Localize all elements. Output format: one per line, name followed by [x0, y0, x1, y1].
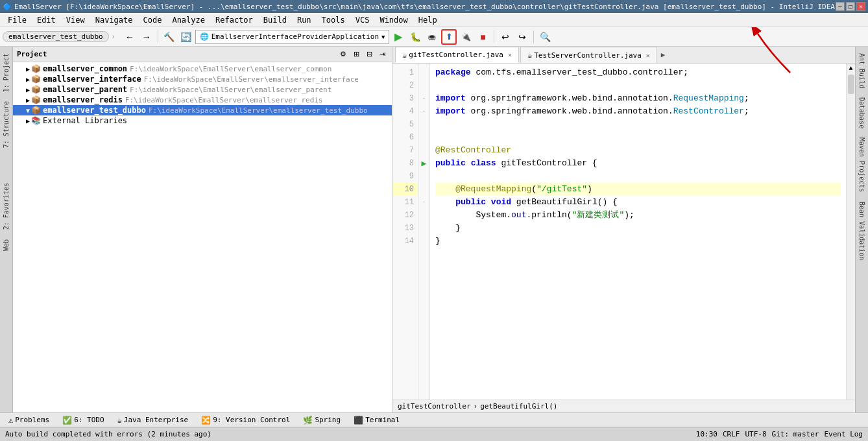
menu-analyze[interactable]: Analyze	[167, 14, 210, 26]
breadcrumb-bar: gitTestController › getBeautifulGirl()	[392, 399, 855, 412]
project-panel: Project ⚙ ⊞ ⊟ ⇥ ▶ 📦 emallserver_common F…	[13, 47, 392, 412]
stop-button[interactable]: ■	[475, 29, 490, 45]
run-config-icon: 🌐	[200, 32, 209, 41]
tree-arrow: ▶	[26, 86, 30, 93]
bottom-tab-spring[interactable]: 🌿 Spring	[297, 414, 346, 427]
line-num-4: 4	[392, 105, 418, 118]
project-panel-expand-button[interactable]: ⊞	[350, 49, 362, 60]
tree-item-emallserver-parent[interactable]: ▶ 📦 emallserver_parent F:\ideaWorkSpace\…	[13, 84, 392, 95]
code-line-13: }	[435, 222, 841, 235]
status-bar: Auto build completed with errors (2 minu…	[0, 427, 868, 441]
code-line-9	[435, 170, 841, 183]
ant-build-tab[interactable]: Ant Build	[857, 49, 867, 92]
forward-button[interactable]: →	[139, 29, 154, 45]
bottom-tab-terminal[interactable]: ⬛ Terminal	[348, 414, 405, 427]
tree-item-emallserver-common[interactable]: ▶ 📦 emallserver_common F:\ideaWorkSpace\…	[13, 64, 392, 74]
bottom-tab-todo[interactable]: ✅ 6: TODO	[56, 414, 110, 427]
menu-navigate[interactable]: Navigate	[90, 14, 138, 26]
line-separator[interactable]: CRLF	[723, 430, 740, 438]
menu-code[interactable]: Code	[138, 14, 167, 26]
menu-refactor[interactable]: Refactor	[210, 14, 258, 26]
coverage-button[interactable]: ⛂	[424, 29, 440, 45]
run-config-name: EmallserverInterfaceProviderApplication	[211, 32, 379, 41]
build-button[interactable]: 🔨	[162, 29, 177, 45]
module-icon: 📦	[31, 85, 41, 94]
tab-test-server-controller[interactable]: ☕ TestServerController.java ✕	[520, 47, 657, 63]
breadcrumb-arrow-icon: ›	[112, 33, 115, 40]
line-num-3: 3	[392, 92, 418, 105]
database-tab[interactable]: Database	[857, 93, 867, 132]
tab-close-button[interactable]: ✕	[646, 52, 650, 59]
menu-build[interactable]: Build	[258, 14, 292, 26]
project-panel-collapse-button[interactable]: ⊟	[363, 49, 375, 60]
structure-tab[interactable]: 7: Structure	[1, 97, 11, 152]
menu-help[interactable]: Help	[413, 14, 442, 26]
run-button[interactable]: ▶	[391, 29, 406, 45]
scroll-thumb[interactable]	[848, 75, 854, 94]
restore-button[interactable]: □	[846, 2, 855, 11]
java-file-icon: ☕	[527, 51, 532, 60]
cursor-position[interactable]: 10:30	[696, 430, 717, 438]
module-path: F:\ideaWorkSpace\EmallServer\emallserver…	[130, 86, 332, 94]
close-button[interactable]: ✕	[856, 2, 865, 11]
spring-label: Spring	[315, 416, 341, 424]
tree-item-external-libraries[interactable]: ▶ 📚 External Libraries	[13, 115, 392, 126]
code-content[interactable]: package com.tfs.emallserver_test_dubbo.c…	[430, 64, 846, 399]
git-branch[interactable]: Git: master	[772, 430, 819, 438]
gutter-run-icon[interactable]: ▶	[422, 158, 427, 169]
menu-file[interactable]: File	[3, 14, 32, 26]
bottom-tab-version-control[interactable]: 🔀 9: Version Control	[195, 414, 296, 427]
undo-button[interactable]: ↩	[498, 29, 513, 45]
module-path: F:\ideaWorkSpace\EmallServer\emallserver…	[125, 96, 323, 104]
bottom-tab-java-enterprise[interactable]: ☕ Java Enterprise	[112, 414, 195, 427]
java-enterprise-label: Java Enterprise	[124, 416, 188, 424]
tree-arrow: ▶	[26, 97, 30, 104]
bottom-tab-problems[interactable]: ⚠ Problems	[3, 414, 55, 427]
code-editor[interactable]: 1 2 3 4 5 6 7 8 9 10 11 12 13 14	[392, 64, 855, 399]
breadcrumb-method[interactable]: getBeautifulGirl()	[480, 402, 557, 411]
tree-item-emallserver-interface[interactable]: ▶ 📦 emallserver_interface F:\ideaWorkSpa…	[13, 74, 392, 84]
back-button[interactable]: ←	[122, 29, 138, 45]
project-panel-settings-button[interactable]: ⚙	[337, 49, 349, 60]
menu-edit[interactable]: Edit	[32, 14, 61, 26]
sync-button[interactable]: 🔄	[178, 29, 194, 45]
breadcrumb-separator: ›	[474, 402, 478, 411]
left-side-panel: 1: Project 7: Structure 2: Favorites Web	[0, 47, 13, 412]
web-tab[interactable]: Web	[1, 235, 11, 255]
attach-debugger-button[interactable]: 🔌	[458, 29, 474, 45]
line-num-7: 7	[392, 144, 418, 157]
project-panel-autoscroll-button[interactable]: ⇥	[376, 49, 388, 60]
update-button[interactable]: ⬆	[441, 29, 457, 45]
tab-close-button[interactable]: ✕	[508, 51, 512, 58]
tree-item-emallserver-redis[interactable]: ▶ 📦 emallserver_redis F:\ideaWorkSpace\E…	[13, 95, 392, 105]
menu-vcs[interactable]: VCS	[350, 14, 375, 26]
run-configuration-selector[interactable]: 🌐 EmallserverInterfaceProviderApplicatio…	[195, 30, 390, 44]
title-bar: 🔷 EmallServer [F:\ideaWorkSpace\EmallSer…	[0, 0, 868, 13]
menu-tools[interactable]: Tools	[317, 14, 350, 26]
tree-item-emallserver-test-dubbo[interactable]: ▼ 📦 emallserver_test_dubbo F:\ideaWorkSp…	[13, 105, 392, 115]
line-num-8: 8	[392, 157, 418, 170]
module-path: F:\ideaWorkSpace\EmallServer\emallserver…	[130, 65, 332, 73]
debug-button[interactable]: 🐛	[407, 29, 423, 45]
file-encoding[interactable]: UTF-8	[745, 430, 766, 438]
code-line-10: @RequestMapping("/gitTest")	[435, 183, 841, 196]
event-log-button[interactable]: Event Log	[824, 430, 863, 438]
minimize-button[interactable]: ─	[836, 2, 845, 11]
scroll-up-arrow[interactable]: ▲	[847, 64, 854, 73]
version-control-icon: 🔀	[201, 416, 211, 425]
maven-projects-tab[interactable]: Maven Projects	[857, 134, 867, 196]
module-breadcrumb[interactable]: emallserver_test_dubbo	[3, 31, 109, 42]
tab-scroll-right-button[interactable]: ▶	[658, 51, 668, 59]
project-tab[interactable]: 1: Project	[1, 49, 11, 96]
breadcrumb-class[interactable]: gitTestController	[398, 402, 471, 411]
menu-view[interactable]: View	[61, 14, 90, 26]
redo-button[interactable]: ↪	[514, 29, 530, 45]
favorites-tab[interactable]: 2: Favorites	[1, 179, 11, 233]
tab-git-test-controller[interactable]: ☕ gitTestController.java ✕	[395, 47, 519, 63]
menu-run[interactable]: Run	[292, 14, 317, 26]
status-right: 10:30 CRLF UTF-8 Git: master Event Log	[696, 430, 863, 438]
bean-validation-tab[interactable]: Bean Validation	[857, 198, 867, 264]
find-button[interactable]: 🔍	[537, 29, 553, 45]
menu-window[interactable]: Window	[374, 14, 413, 26]
editor-scrollbar[interactable]: ▲	[846, 64, 855, 399]
